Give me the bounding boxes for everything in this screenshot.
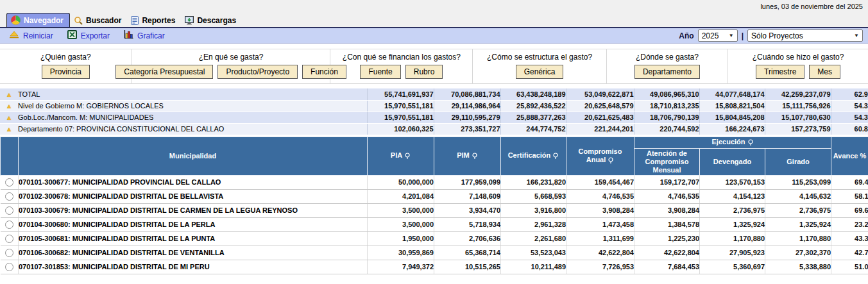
reset-triangle-icon (9, 31, 19, 40)
municipality-table: Municipalidad PIA PIM Certificación Comp… (0, 137, 868, 274)
pia-column-header[interactable]: PIA (368, 137, 434, 175)
cell-value: 4,154,123 (700, 189, 765, 203)
table-row: 070103-300679: MUNICIPALIDAD DISTRITAL D… (1, 203, 868, 217)
summary-value: 29,110,595,279 (434, 112, 500, 123)
filter-question: ¿Cuándo se hizo el gasto? (753, 53, 844, 62)
chevron-down-icon: ▼ (729, 33, 734, 38)
filter-question: ¿En qué se gasta? (199, 53, 264, 62)
toolbar: ReiniciarExportarGraficar Año 2025 ▼ | S… (0, 28, 868, 44)
summary-table: ▲TOTAL55,741,691,93770,086,881,73463,438… (0, 88, 868, 135)
filter-question: ¿Dónde se gasta? (636, 53, 699, 62)
cell-value: 166,231,820 (501, 175, 566, 189)
avance-column-header: Avance % (831, 137, 868, 175)
cell-value: 2,736,975 (765, 203, 831, 217)
bar-chart-icon (124, 30, 133, 41)
column-filter-icon (472, 152, 478, 160)
year-label: Año (679, 31, 694, 40)
filter-button[interactable]: Trimestre (756, 65, 804, 79)
row-radio-button[interactable] (5, 178, 13, 187)
tab-descargas[interactable]: Descargas (181, 14, 242, 27)
ejecucion-group-header[interactable]: Ejecución (634, 137, 831, 148)
certificacion-column-header[interactable]: Certificación (501, 137, 566, 175)
filter-group: ¿Dónde se gasta?Departamento (607, 49, 728, 83)
cell-value: 5,718,934 (434, 217, 501, 231)
column-filter-icon (404, 152, 411, 160)
cell-value: 23.2 (831, 217, 868, 231)
cell-value: 2,961,328 (501, 217, 566, 231)
pim-column-header[interactable]: PIM (434, 137, 501, 175)
cell-value: 7,684,453 (634, 260, 700, 274)
collapse-triangle-icon[interactable]: ▲ (6, 103, 12, 110)
cell-value: 7,148,609 (434, 189, 501, 203)
filter-button[interactable]: Categoría Presupuestal (115, 65, 213, 79)
filter-panel: ¿Quién gasta?Provincia¿En qué se gasta?C… (0, 49, 868, 84)
row-radio-button[interactable] (5, 235, 13, 243)
summary-body: ▲TOTAL55,741,691,93770,086,881,73463,438… (0, 88, 868, 135)
cell-value: 2,736,975 (700, 203, 765, 217)
cell-value: 51.0 (831, 260, 868, 274)
cell-value: 27,302,370 (765, 246, 831, 260)
filter-question: ¿Con qué se financian los gastos? (343, 53, 461, 62)
filter-group: ¿Cuándo se hizo el gasto?TrimestreMes (728, 49, 868, 83)
summary-row: ▲TOTAL55,741,691,93770,086,881,73463,438… (0, 88, 868, 100)
row-radio-button[interactable] (5, 192, 13, 201)
cell-value: 42,622,804 (566, 246, 634, 260)
row-radio-button[interactable] (5, 249, 13, 257)
summary-row: ▲Departamento 07: PROVINCIA CONSTITUCION… (0, 123, 868, 135)
tab-navegador[interactable]: Navegador (6, 13, 70, 27)
cell-value: 69.6 (831, 203, 868, 217)
cell-value: 30,959,869 (368, 246, 434, 260)
summary-row: ▲Gob.Loc./Mancom. M: MUNICIPALIDADES15,9… (0, 112, 868, 123)
summary-value: 63,438,248,189 (500, 88, 566, 100)
filter-button[interactable]: Mes (809, 65, 840, 79)
summary-value: 25,888,377,263 (500, 112, 566, 123)
collapse-triangle-icon[interactable]: ▲ (6, 114, 12, 121)
summary-value: 25,892,436,522 (500, 100, 566, 112)
cell-value: 69.4 (831, 175, 868, 189)
summary-value: 244,774,752 (500, 123, 566, 135)
collapse-triangle-icon[interactable]: ▲ (6, 126, 12, 133)
tab-reportes[interactable]: Reportes (127, 14, 181, 27)
exportar-button[interactable]: Exportar (67, 30, 110, 41)
atencion-compromiso-column-header: Atención de Compromiso Mensual (634, 148, 700, 175)
girado-column-header: Girado (765, 148, 831, 175)
column-filter-icon (552, 152, 559, 160)
summary-value: 166,224,673 (699, 123, 765, 135)
cell-value: 1,311,699 (566, 231, 634, 246)
cell-value: 5,338,880 (765, 260, 831, 274)
filter-question: ¿Quién gasta? (40, 53, 91, 62)
filter-button[interactable]: Provincia (42, 65, 90, 79)
toolbar-action-label: Graficar (137, 31, 165, 40)
reiniciar-button[interactable]: Reiniciar (9, 31, 53, 40)
filter-button[interactable]: Departamento (634, 65, 700, 79)
filter-button[interactable]: Rubro (405, 65, 443, 79)
scope-select[interactable]: Sólo Proyectos ▼ (747, 29, 863, 42)
row-radio-button[interactable] (5, 263, 13, 271)
filter-button[interactable]: Genérica (516, 65, 564, 79)
municipality-name: 070103-300679: MUNICIPALIDAD DISTRITAL D… (19, 203, 368, 217)
cell-value: 3,908,284 (634, 203, 700, 217)
table-row: 070101-300677: MUNICIPALIDAD PROVINCIAL … (1, 175, 868, 189)
compromiso-anual-column-header[interactable]: Compromiso Anual (566, 137, 634, 175)
cell-value: 10,211,489 (501, 260, 566, 274)
cell-value: 3,934,470 (434, 203, 501, 217)
tab-buscador[interactable]: Buscador (70, 14, 127, 27)
year-select[interactable]: 2025 ▼ (698, 29, 738, 42)
cell-value: 1,473,458 (566, 217, 634, 231)
cell-value: 1,225,230 (634, 231, 700, 246)
filter-button[interactable]: Producto/Proyecto (217, 65, 298, 79)
summary-value: 29,114,986,964 (434, 100, 500, 112)
municipalidad-column-header: Municipalidad (19, 137, 368, 175)
filter-button[interactable]: Fuente (360, 65, 400, 79)
row-radio-button[interactable] (5, 206, 13, 215)
tab-bar: NavegadorBuscadorReportesDescargas (0, 13, 868, 28)
cell-value: 10,515,265 (434, 260, 501, 274)
cell-value: 4,746,535 (566, 189, 634, 203)
cell-value: 123,570,153 (700, 175, 765, 189)
tab-label: Descargas (197, 16, 236, 25)
collapse-triangle-icon[interactable]: ▲ (6, 91, 12, 98)
row-radio-button[interactable] (5, 221, 13, 229)
municipality-name: 070102-300678: MUNICIPALIDAD DISTRITAL D… (19, 189, 368, 203)
filter-group: ¿Cómo se estructura el gasto?Genérica (473, 49, 606, 83)
graficar-button[interactable]: Graficar (124, 30, 165, 41)
